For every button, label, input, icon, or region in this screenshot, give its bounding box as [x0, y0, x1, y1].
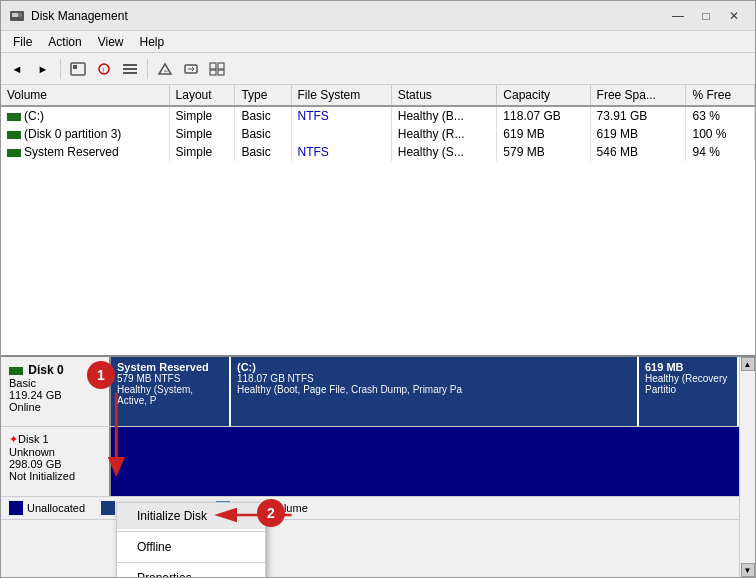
- disk0-size: 119.24 GB: [9, 389, 101, 401]
- vol-fs: NTFS: [291, 106, 391, 125]
- col-volume[interactable]: Volume: [1, 85, 169, 106]
- disk1-status: Not Initialized: [9, 470, 101, 482]
- close-button[interactable]: ✕: [721, 6, 747, 26]
- vol-fs: NTFS: [291, 143, 391, 161]
- partition-name: 619 MB: [645, 361, 731, 373]
- disk0-status: Online: [9, 401, 101, 413]
- svg-rect-5: [73, 65, 77, 69]
- toolbar-sep2: [147, 59, 148, 79]
- disk-icon: [9, 8, 25, 24]
- minimize-button[interactable]: —: [665, 6, 691, 26]
- main-content: Volume Layout Type File System Status Ca…: [1, 85, 755, 577]
- menu-view[interactable]: View: [90, 33, 132, 51]
- partition-c[interactable]: (C:) 118.07 GB NTFS Healthy (Boot, Page …: [231, 357, 639, 426]
- vol-layout: Simple: [169, 106, 235, 125]
- disk0-row: Disk 0 Basic 119.24 GB Online System Res…: [1, 357, 755, 427]
- context-menu-sep: [117, 531, 265, 532]
- vol-freespace: 619 MB: [590, 125, 686, 143]
- title-bar-left: Disk Management: [9, 8, 128, 24]
- toolbar-sep1: [60, 59, 61, 79]
- svg-rect-14: [218, 63, 224, 69]
- table-row[interactable]: (Disk 0 partition 3) Simple Basic Health…: [1, 125, 755, 143]
- context-menu-sep2: [117, 562, 265, 563]
- disk-table: Volume Layout Type File System Status Ca…: [1, 85, 755, 161]
- context-menu: Initialize Disk Offline Properties Help: [116, 502, 266, 577]
- vol-type: Basic: [235, 125, 291, 143]
- col-filesystem[interactable]: File System: [291, 85, 391, 106]
- vol-capacity: 619 MB: [497, 125, 590, 143]
- partition-status: Healthy (Boot, Page File, Crash Dump, Pr…: [237, 384, 631, 395]
- toolbar-btn6[interactable]: [205, 57, 229, 81]
- svg-rect-1: [12, 13, 18, 17]
- partition-size: 579 MB NTFS: [117, 373, 223, 384]
- col-layout[interactable]: Layout: [169, 85, 235, 106]
- vol-fs: [291, 125, 391, 143]
- partition-recovery[interactable]: 619 MB Healthy (Recovery Partitio: [639, 357, 739, 426]
- context-menu-offline[interactable]: Offline: [117, 534, 265, 560]
- vol-type: Basic: [235, 143, 291, 161]
- table-row[interactable]: System Reserved Simple Basic NTFS Health…: [1, 143, 755, 161]
- legend-unallocated: Unallocated: [9, 501, 85, 515]
- disk-table-area[interactable]: Volume Layout Type File System Status Ca…: [1, 85, 755, 357]
- window-title: Disk Management: [31, 9, 128, 23]
- svg-text:!: !: [102, 66, 104, 75]
- disk1-label: ✦Disk 1 Unknown 298.09 GB Not Initialize…: [1, 427, 111, 496]
- vol-freespace: 546 MB: [590, 143, 686, 161]
- vol-name: (C:): [1, 106, 169, 125]
- svg-rect-8: [123, 64, 137, 66]
- partition-system-reserved[interactable]: System Reserved 579 MB NTFS Healthy (Sys…: [111, 357, 231, 426]
- menu-bar: File Action View Help: [1, 31, 755, 53]
- toolbar-forward[interactable]: ►: [31, 57, 55, 81]
- vol-layout: Simple: [169, 125, 235, 143]
- disk1-unallocated[interactable]: [111, 427, 739, 496]
- legend-primary-box: [101, 501, 115, 515]
- partition-status: Healthy (Recovery Partitio: [645, 373, 731, 395]
- svg-rect-13: [210, 63, 216, 69]
- vol-status: Healthy (R...: [391, 125, 497, 143]
- toolbar-btn5[interactable]: [179, 57, 203, 81]
- disk1-size: 298.09 GB: [9, 458, 101, 470]
- disk1-name: ✦Disk 1: [9, 433, 101, 446]
- table-row[interactable]: (C:) Simple Basic NTFS Healthy (B... 118…: [1, 106, 755, 125]
- maximize-button[interactable]: □: [693, 6, 719, 26]
- svg-point-3: [19, 14, 21, 16]
- col-type[interactable]: Type: [235, 85, 291, 106]
- vol-pctfree: 63 %: [686, 106, 755, 125]
- svg-rect-16: [218, 70, 224, 75]
- scroll-track: [741, 371, 755, 563]
- menu-file[interactable]: File: [5, 33, 40, 51]
- menu-help[interactable]: Help: [132, 33, 173, 51]
- svg-rect-15: [210, 70, 216, 75]
- partition-name: (C:): [237, 361, 631, 373]
- toolbar-btn1[interactable]: [66, 57, 90, 81]
- col-freespace[interactable]: Free Spa...: [590, 85, 686, 106]
- vol-pctfree: 94 %: [686, 143, 755, 161]
- title-bar: Disk Management — □ ✕: [1, 1, 755, 31]
- annotation-1: 1: [87, 361, 115, 389]
- legend-unallocated-label: Unallocated: [27, 502, 85, 514]
- partition-status: Healthy (System, Active, P: [117, 384, 223, 406]
- toolbar-btn4[interactable]: ↩: [153, 57, 177, 81]
- svg-rect-9: [123, 68, 137, 70]
- vol-freespace: 73.91 GB: [590, 106, 686, 125]
- scroll-up-btn[interactable]: ▲: [741, 357, 755, 371]
- scroll-down-btn[interactable]: ▼: [741, 563, 755, 577]
- annotation-2: 2: [257, 499, 285, 527]
- col-percentfree[interactable]: % Free: [686, 85, 755, 106]
- legend-row: Unallocated Primary Partition Simple Vol…: [1, 497, 755, 520]
- col-status[interactable]: Status: [391, 85, 497, 106]
- toolbar-btn2[interactable]: !: [92, 57, 116, 81]
- vertical-scrollbar[interactable]: ▲ ▼: [739, 357, 755, 577]
- context-menu-properties[interactable]: Properties: [117, 565, 265, 577]
- vol-layout: Simple: [169, 143, 235, 161]
- vol-type: Basic: [235, 106, 291, 125]
- menu-action[interactable]: Action: [40, 33, 89, 51]
- toolbar-btn3[interactable]: [118, 57, 142, 81]
- disk1-row: ✦Disk 1 Unknown 298.09 GB Not Initialize…: [1, 427, 755, 497]
- title-bar-controls: — □ ✕: [665, 6, 747, 26]
- disk0-partitions: System Reserved 579 MB NTFS Healthy (Sys…: [111, 357, 739, 426]
- col-capacity[interactable]: Capacity: [497, 85, 590, 106]
- disk-management-window: Disk Management — □ ✕ File Action View H…: [0, 0, 756, 578]
- toolbar-back[interactable]: ◄: [5, 57, 29, 81]
- context-menu-initialize[interactable]: Initialize Disk: [117, 503, 265, 529]
